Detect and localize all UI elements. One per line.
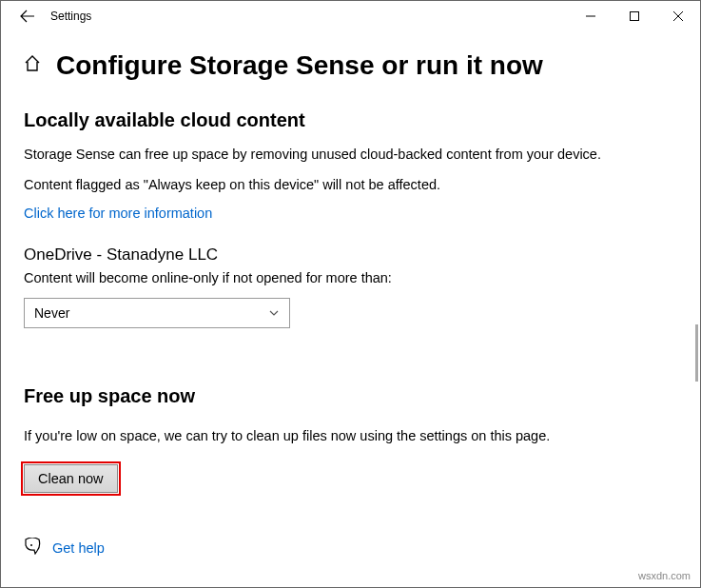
onedrive-desc: Content will become online-only if not o… — [24, 268, 677, 289]
cloud-desc-1: Storage Sense can free up space by remov… — [24, 145, 677, 166]
maximize-button[interactable] — [613, 1, 656, 31]
watermark: wsxdn.com — [638, 570, 691, 581]
onedrive-threshold-dropdown[interactable]: Never — [24, 298, 290, 328]
onedrive-heading: OneDrive - Stanadyne LLC — [24, 245, 677, 265]
page-header: Configure Storage Sense or run it now — [1, 31, 700, 90]
home-icon[interactable] — [24, 55, 41, 76]
svg-rect-0 — [631, 12, 639, 21]
chevron-down-icon — [268, 307, 280, 319]
get-help-link[interactable]: Get help — [52, 540, 105, 556]
scrollbar-thumb[interactable] — [695, 324, 698, 382]
minimize-icon — [586, 11, 595, 21]
freeup-desc: If you're low on space, we can try to cl… — [24, 426, 677, 447]
back-arrow-icon — [20, 9, 35, 24]
more-info-link[interactable]: Click here for more information — [24, 206, 677, 221]
freeup-heading: Free up space now — [24, 385, 677, 407]
page-title: Configure Storage Sense or run it now — [56, 50, 543, 81]
dropdown-value: Never — [34, 305, 69, 321]
cloud-desc-2: Content flagged as "Always keep on this … — [24, 175, 677, 196]
help-icon — [24, 538, 41, 559]
clean-now-button[interactable]: Clean now — [24, 464, 118, 493]
back-button[interactable] — [9, 1, 47, 31]
close-button[interactable] — [656, 1, 700, 31]
titlebar: Settings — [1, 1, 700, 31]
window-title: Settings — [50, 10, 91, 23]
minimize-button[interactable] — [569, 1, 613, 31]
svg-point-1 — [30, 544, 32, 546]
close-icon — [673, 11, 683, 21]
get-help-row: Get help — [24, 538, 105, 559]
maximize-icon — [630, 11, 639, 21]
cloud-content-heading: Locally available cloud content — [24, 109, 677, 131]
